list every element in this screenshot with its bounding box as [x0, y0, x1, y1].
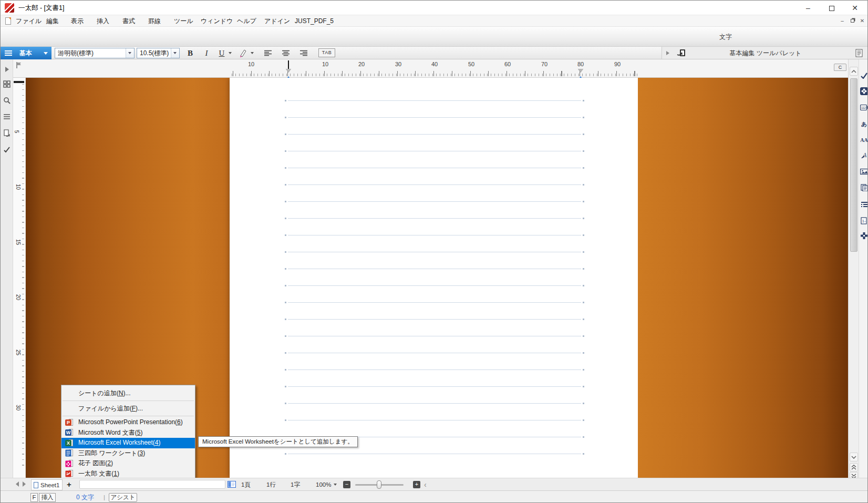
- horizontal-ruler[interactable]: 10 10 20 30 40 50 60 70 80 90 C: [13, 59, 848, 78]
- child-minimize-button[interactable]: –: [838, 17, 846, 25]
- assist-off-button[interactable]: アシストOFF: [109, 493, 137, 502]
- expand-panel-icon[interactable]: [3, 66, 11, 73]
- underline-button[interactable]: U: [216, 48, 228, 58]
- menu-separator: [63, 401, 194, 401]
- ruler-caret: [288, 60, 289, 69]
- scroll-up-button[interactable]: [850, 67, 858, 76]
- menu-insert[interactable]: 挿入: [95, 15, 111, 27]
- page-grid-icon[interactable]: [3, 80, 11, 88]
- sheet-bar: Sheet1 + 1頁 1行 1字 100% − + ‹: [1, 478, 868, 490]
- image-palette-icon[interactable]: [860, 168, 868, 176]
- underline-dropdown-icon[interactable]: [229, 52, 232, 56]
- child-close-button[interactable]: ✕: [858, 17, 866, 25]
- font-dropdown-icon[interactable]: [126, 48, 134, 58]
- zoom-slider-thumb[interactable]: [377, 480, 381, 489]
- menu-item-hanako[interactable]: 花子 図面(2): [61, 458, 195, 469]
- align-center-button[interactable]: [280, 48, 292, 58]
- add-sheet-button[interactable]: +: [67, 478, 71, 491]
- ruler-number: 40: [431, 61, 438, 67]
- palette-doc-icon[interactable]: [855, 49, 863, 57]
- corner-tab[interactable]: C: [834, 64, 846, 71]
- ruled-line: [288, 420, 581, 420]
- prev-sheet-arrow-icon[interactable]: [13, 481, 19, 487]
- menu-item-add-sheet[interactable]: シートの追加(N)...: [61, 387, 195, 399]
- highlight-pen-button[interactable]: [237, 48, 250, 58]
- scroll-down-button[interactable]: [850, 453, 858, 461]
- next-sheet-arrow-icon[interactable]: [23, 481, 28, 487]
- menu-just-pdf[interactable]: JUST_PDF_5: [293, 15, 336, 27]
- menu-item-excel[interactable]: X Microsoft Excel Worksheet(4): [61, 438, 195, 448]
- bold-button[interactable]: B: [184, 48, 196, 58]
- view-layout-icon[interactable]: [228, 481, 236, 488]
- menu-item-add-from-file[interactable]: ファイルから追加(F)...: [61, 402, 195, 415]
- align-right-button[interactable]: [297, 48, 310, 58]
- insert-mode-indicator[interactable]: 挿入: [39, 493, 56, 502]
- font-size-select[interactable]: 10.5(標準): [137, 48, 180, 58]
- menu-window[interactable]: ウィンドウ: [199, 15, 235, 27]
- zoom-search-icon[interactable]: [3, 97, 11, 104]
- menu-item-powerpoint[interactable]: P Microsoft PowerPoint Presentation(6): [61, 417, 195, 428]
- collapse-statusbar-button[interactable]: ‹: [424, 478, 427, 491]
- ruled-line: [288, 201, 581, 202]
- previous-page-button[interactable]: [850, 463, 858, 471]
- vertical-scrollbar[interactable]: [848, 59, 859, 478]
- pen-dropdown-icon[interactable]: [251, 52, 254, 56]
- clover-palette-icon[interactable]: [860, 87, 868, 95]
- tab-button[interactable]: TAB: [318, 48, 335, 57]
- menu-format[interactable]: 書式: [120, 15, 137, 27]
- font-select[interactable]: 游明朝(標準): [55, 48, 135, 58]
- chevron-down-icon: [44, 52, 48, 57]
- ruled-line: [288, 100, 581, 101]
- ruled-line: [288, 184, 581, 185]
- page-number-palette-icon[interactable]: 1-: [860, 217, 868, 224]
- top-margin-bar: [14, 81, 24, 83]
- palette-title: 基本編集 ツールパレット: [662, 47, 868, 59]
- ruled-line: [288, 353, 581, 353]
- outline-palette-icon[interactable]: [860, 200, 868, 208]
- scrollbar-thumb[interactable]: [850, 78, 857, 252]
- child-restore-button[interactable]: [848, 17, 856, 25]
- outline-list-icon[interactable]: [3, 113, 11, 120]
- style-selector[interactable]: 基本: [1, 47, 51, 59]
- size-dropdown-icon[interactable]: [171, 48, 179, 58]
- char-indicator: 1字: [291, 478, 300, 491]
- document-icon[interactable]: [5, 17, 11, 25]
- pages-palette-icon[interactable]: [860, 183, 868, 191]
- zoom-level[interactable]: 100%: [316, 478, 331, 491]
- document-page[interactable]: [230, 78, 638, 478]
- menu-item-sanshiro[interactable]: 三四郎 ワークシート(3): [61, 448, 195, 459]
- status-separator: |: [104, 491, 105, 503]
- zoom-out-button[interactable]: −: [343, 481, 350, 488]
- menu-help[interactable]: ヘルプ: [235, 15, 259, 27]
- zoom-in-button[interactable]: +: [413, 481, 420, 488]
- align-left-button[interactable]: [262, 48, 274, 58]
- ruled-line: [288, 403, 581, 404]
- check-icon[interactable]: [3, 146, 11, 153]
- decoration-palette-icon[interactable]: A: [860, 151, 868, 159]
- sheet-tab[interactable]: Sheet1: [31, 479, 63, 490]
- zoom-dropdown-icon[interactable]: [334, 484, 337, 487]
- menu-edit[interactable]: 編集: [44, 15, 61, 27]
- flag-icon[interactable]: [15, 61, 22, 69]
- menu-tools[interactable]: ツール: [172, 15, 195, 27]
- vertical-ruler[interactable]: 5 10 15 20 25 30: [13, 78, 26, 478]
- proof-check-icon[interactable]: [860, 71, 868, 79]
- phrase-counter-icon[interactable]: 112: [860, 104, 868, 111]
- font-palette-icon[interactable]: AA: [860, 136, 868, 144]
- horizontal-scrollbar[interactable]: [79, 480, 225, 489]
- close-button[interactable]: ✕: [846, 1, 864, 15]
- ruler-number: 70: [541, 61, 547, 67]
- italic-button[interactable]: I: [201, 48, 212, 58]
- menu-item-word[interactable]: W Microsoft Word 文書(5): [61, 428, 195, 438]
- kana-palette-icon[interactable]: あ: [860, 120, 868, 128]
- menu-addin[interactable]: アドイン: [262, 15, 292, 27]
- layout-grid-palette-icon[interactable]: [860, 232, 868, 240]
- text-mode-label: 文字: [719, 27, 732, 47]
- hanako-doc-icon: [65, 460, 73, 468]
- maximize-button[interactable]: [823, 1, 841, 15]
- page-jump-icon[interactable]: [3, 129, 11, 137]
- menu-view[interactable]: 表示: [69, 15, 86, 27]
- menu-file[interactable]: ファイル: [14, 15, 44, 27]
- menu-border[interactable]: 罫線: [146, 15, 163, 27]
- minimize-button[interactable]: –: [799, 1, 817, 15]
